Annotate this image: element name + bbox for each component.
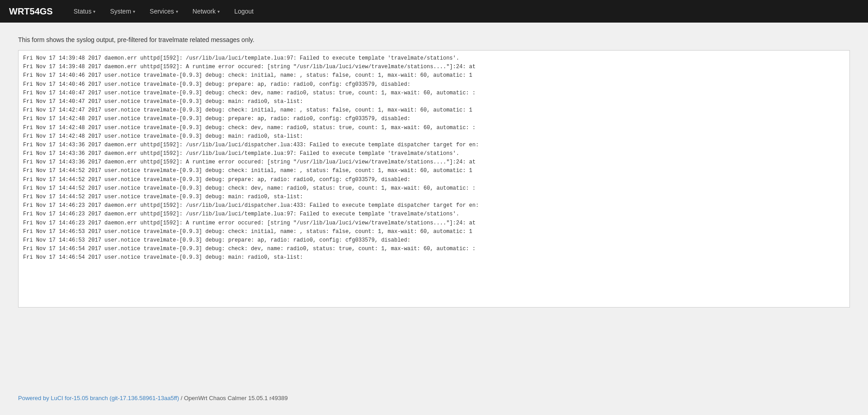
- log-line: Fri Nov 17 14:42:47 2017 user.notice tra…: [23, 106, 845, 115]
- log-line: Fri Nov 17 14:44:52 2017 user.notice tra…: [23, 176, 845, 184]
- log-line: Fri Nov 17 14:46:54 2017 user.notice tra…: [23, 253, 845, 262]
- log-line: Fri Nov 17 14:44:52 2017 user.notice tra…: [23, 193, 845, 201]
- log-line: Fri Nov 17 14:46:54 2017 user.notice tra…: [23, 245, 845, 253]
- nav-menu: Status ▾ System ▾ Services ▾ Network ▾ L: [66, 1, 261, 21]
- nav-item-status: Status ▾: [66, 1, 103, 21]
- log-line: Fri Nov 17 14:40:47 2017 user.notice tra…: [23, 89, 845, 98]
- nav-link-services[interactable]: Services ▾: [142, 1, 185, 21]
- log-line: Fri Nov 17 14:43:36 2017 daemon.err uhtt…: [23, 158, 845, 167]
- log-content: Fri Nov 17 14:39:48 2017 daemon.err uhtt…: [19, 51, 849, 266]
- log-line: Fri Nov 17 14:43:36 2017 daemon.err uhtt…: [23, 141, 845, 149]
- nav-label-system: System: [110, 8, 131, 15]
- nav-item-logout: Logout: [227, 1, 261, 21]
- footer-version: OpenWrt Chaos Calmer 15.05.1 r49389: [184, 395, 288, 401]
- log-output-container[interactable]: Fri Nov 17 14:39:48 2017 daemon.err uhtt…: [18, 50, 850, 308]
- log-line: Fri Nov 17 14:39:48 2017 daemon.err uhtt…: [23, 63, 845, 71]
- nav-item-services: Services ▾: [142, 1, 185, 21]
- dropdown-caret-status: ▾: [93, 9, 95, 14]
- footer-separator: /: [179, 395, 184, 401]
- nav-link-system[interactable]: System ▾: [103, 1, 142, 21]
- luci-link[interactable]: Powered by LuCI for-15.05 branch (git-17…: [18, 395, 179, 401]
- dropdown-caret-system: ▾: [133, 9, 135, 14]
- nav-item-system: System ▾: [103, 1, 142, 21]
- log-line: Fri Nov 17 14:42:48 2017 user.notice tra…: [23, 115, 845, 123]
- log-line: Fri Nov 17 14:39:48 2017 daemon.err uhtt…: [23, 54, 845, 63]
- brand-logo[interactable]: WRT54GS: [9, 6, 53, 17]
- log-line: Fri Nov 17 14:44:52 2017 user.notice tra…: [23, 167, 845, 175]
- main-content: This form shows the syslog output, pre-f…: [0, 23, 868, 388]
- dropdown-caret-network: ▾: [217, 9, 220, 14]
- dropdown-caret-services: ▾: [176, 9, 178, 14]
- nav-link-network[interactable]: Network ▾: [185, 1, 227, 21]
- footer: Powered by LuCI for-15.05 branch (git-17…: [0, 388, 868, 408]
- nav-label-status: Status: [74, 8, 92, 15]
- nav-label-logout: Logout: [234, 8, 254, 15]
- log-line: Fri Nov 17 14:42:48 2017 user.notice tra…: [23, 124, 845, 132]
- log-line: Fri Nov 17 14:46:53 2017 user.notice tra…: [23, 236, 845, 245]
- log-line: Fri Nov 17 14:40:47 2017 user.notice tra…: [23, 98, 845, 106]
- nav-link-logout[interactable]: Logout: [227, 1, 261, 21]
- log-line: Fri Nov 17 14:40:46 2017 user.notice tra…: [23, 71, 845, 80]
- log-line: Fri Nov 17 14:46:53 2017 user.notice tra…: [23, 228, 845, 236]
- nav-item-network: Network ▾: [185, 1, 227, 21]
- nav-link-status[interactable]: Status ▾: [66, 1, 103, 21]
- log-line: Fri Nov 17 14:42:48 2017 user.notice tra…: [23, 132, 845, 141]
- log-line: Fri Nov 17 14:46:23 2017 daemon.err uhtt…: [23, 210, 845, 219]
- navbar: WRT54GS Status ▾ System ▾ Services ▾ Net…: [0, 0, 868, 23]
- log-line: Fri Nov 17 14:44:52 2017 user.notice tra…: [23, 184, 845, 193]
- log-line: Fri Nov 17 14:43:36 2017 daemon.err uhtt…: [23, 149, 845, 158]
- log-line: Fri Nov 17 14:40:46 2017 user.notice tra…: [23, 80, 845, 89]
- nav-label-network: Network: [193, 8, 216, 15]
- log-line: Fri Nov 17 14:46:23 2017 daemon.err uhtt…: [23, 201, 845, 210]
- description-text: This form shows the syslog output, pre-f…: [18, 36, 850, 43]
- nav-label-services: Services: [150, 8, 174, 15]
- log-line: Fri Nov 17 14:46:23 2017 daemon.err uhtt…: [23, 219, 845, 228]
